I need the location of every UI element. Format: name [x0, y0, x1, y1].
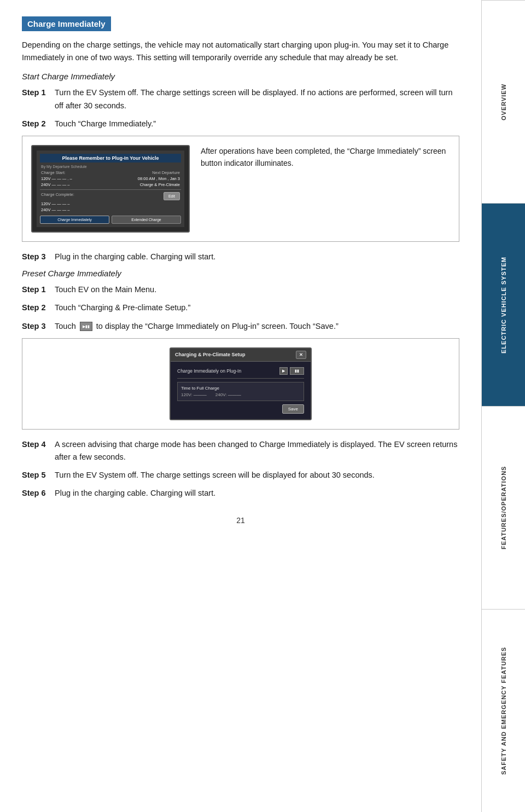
- screen2-close-icon[interactable]: ✕: [296, 351, 306, 359]
- pstep-1-content: Touch EV on the Main Menu.: [55, 283, 459, 296]
- main-content: Charge Immediately Depending on the char…: [0, 0, 481, 812]
- pstep-1-label: Step 1: [22, 283, 55, 296]
- preset-heading: Preset Charge Immediately: [22, 269, 459, 278]
- screen-1-subtitle: By My Departure Schedule: [40, 165, 181, 169]
- sidebar-safety: SAFETY AND EMERGENCY FEATURES: [482, 609, 525, 812]
- screen2-charge-row: Charge Immediately on Plug-In ▶ ▮▮: [177, 367, 304, 375]
- right-sidebar: OVERVIEW ELECTRIC VEHICLE SYSTEM FEATURE…: [481, 0, 525, 812]
- pstep-3-label: Step 3: [22, 320, 55, 333]
- step-6-row: Step 6 Plug in the charging cable. Charg…: [22, 487, 459, 500]
- pstep-1-row: Step 1 Touch EV on the Main Menu.: [22, 283, 459, 296]
- start-heading: Start Charge Immediately: [22, 72, 459, 81]
- step-1-label: Step 1: [22, 86, 55, 99]
- pstep-2-label: Step 2: [22, 301, 55, 314]
- screen-1-row-header: Charge Start: Next Departure: [40, 170, 181, 175]
- pstep-3-content: Touch ▶▮▮ to display the “Charge Immedia…: [55, 320, 459, 333]
- pstep-2-content: Touch “Charging & Pre-climate Setup.”: [55, 301, 459, 314]
- step-4-row: Step 4 A screen advising that charge mod…: [22, 438, 459, 463]
- intro-paragraph: Depending on the charge settings, the ve…: [22, 39, 459, 64]
- screen-2-title: Charging & Pre-Climate Setup ✕: [171, 349, 311, 362]
- step-3-content: Plug in the charging cable. Charging wil…: [55, 251, 459, 263]
- step-6-content: Plug in the charging cable. Charging wil…: [55, 487, 459, 500]
- step-2-row: Step 2 Touch “Charge Immediately.”: [22, 118, 459, 130]
- charge-immediately-btn[interactable]: Charge Immediately: [40, 216, 109, 224]
- screen-2-sim: Charging & Pre-Climate Setup ✕ Charge Im…: [170, 347, 312, 420]
- step-3-row: Step 3 Plug in the charging cable. Charg…: [22, 251, 459, 263]
- screen-1-row-4: 240V — — — –: [40, 207, 181, 212]
- step-2-label: Step 2: [22, 118, 55, 130]
- step-1-content: Turn the EV System off. The charge setti…: [55, 86, 459, 112]
- pstep-3-row: Step 3 Touch ▶▮▮ to display the “Charge …: [22, 320, 459, 333]
- section-heading: Charge Immediately: [22, 16, 111, 31]
- screen-1-buttons: Charge Immediately Extended Charge: [40, 216, 181, 224]
- step-5-label: Step 5: [22, 469, 55, 482]
- step-3-label: Step 3: [22, 251, 55, 263]
- sidebar-features: FEATURES/OPERATIONS: [482, 406, 525, 609]
- screen2-save-row: Save: [177, 404, 304, 414]
- step-4-content: A screen advising that charge mode has b…: [55, 438, 459, 463]
- edit-btn[interactable]: Edit: [164, 192, 180, 200]
- step-5-content: Turn the EV System off. The charge setti…: [55, 469, 459, 482]
- save-button[interactable]: Save: [282, 404, 304, 414]
- extended-charge-btn[interactable]: Extended Charge: [112, 216, 181, 224]
- step-1-row: Step 1 Turn the EV System off. The charg…: [22, 86, 459, 112]
- screen-1-row-3: 120V — — — –: [40, 201, 181, 206]
- page-number: 21: [22, 516, 459, 525]
- sidebar-overview: OVERVIEW: [482, 0, 525, 203]
- screen-1-row-1: 120V — — — . – 08:00 AM , Mon , Jan 3: [40, 176, 181, 181]
- step-2-content: Touch “Charge Immediately.”: [55, 118, 459, 130]
- screen-1-title: Please Remember to Plug-In Your Vehicle: [40, 154, 181, 163]
- screen-1-sim: Please Remember to Plug-In Your Vehicle …: [31, 145, 190, 233]
- step-6-label: Step 6: [22, 487, 55, 500]
- image-box-2: Charging & Pre-Climate Setup ✕ Charge Im…: [22, 338, 459, 430]
- pstep-2-row: Step 2 Touch “Charging & Pre-climate Set…: [22, 301, 459, 314]
- screen2-info-block: Time to Full Charge 120V: ——— 240V: ———: [177, 382, 304, 401]
- preset-icon: ▶▮▮: [80, 322, 92, 331]
- sidebar-electric: ELECTRIC VEHICLE SYSTEM: [482, 203, 525, 406]
- image-1-caption: After operations have been completed, th…: [201, 145, 450, 170]
- image-box-1: Please Remember to Plug-In Your Vehicle …: [22, 136, 459, 242]
- screen-1-complete: Charge Complete: Edit: [40, 192, 181, 200]
- screen-1-row-2: 240V — — — – Charge & Pre-Climate: [40, 182, 181, 187]
- screen-2-body: Charge Immediately on Plug-In ▶ ▮▮ Time …: [171, 362, 311, 419]
- step-4-label: Step 4: [22, 438, 55, 451]
- step-5-row: Step 5 Turn the EV System off. The charg…: [22, 469, 459, 482]
